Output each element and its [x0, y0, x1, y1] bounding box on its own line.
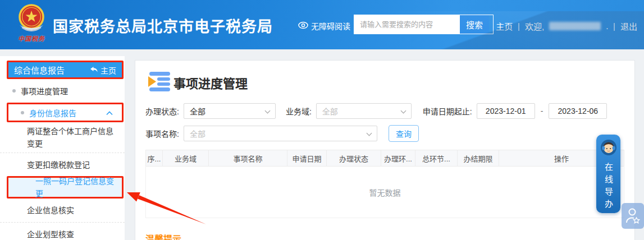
app-header: 中国税务 国家税务总局北京市电子税务局 无障碍阅读 搜索 主页 | 欢迎, . … [0, 0, 644, 49]
logout-link[interactable]: 退出 [620, 20, 637, 32]
date-range-label: 申请日期起止: [423, 105, 472, 117]
table-header-row: 序... 业务域 事项名称 申请日期 办理状态 办理环... 总环节... 办结… [145, 150, 624, 167]
sidebar-item-progress[interactable]: 事项进度管理 [0, 79, 125, 103]
top-nav: 主页 | 欢迎, . | 退出 [496, 20, 637, 32]
tips-heading: 温馨提示 [145, 232, 634, 240]
item-name-filter-label: 事项名称: [145, 128, 179, 139]
column-header-total-steps: 总环节... [415, 150, 458, 166]
date-to-input[interactable]: 2023-12-06 [549, 103, 607, 119]
eye-icon [298, 21, 308, 31]
sidebar-header-title: 综合信息报告 [14, 64, 65, 76]
welcome-suffix: . [606, 21, 608, 31]
sidebar-item-enterprise-verify[interactable]: 企业信息核实 [0, 199, 125, 222]
user-evaluation-icon[interactable] [622, 203, 644, 229]
status-select[interactable]: 全部 [184, 103, 276, 119]
annotation-box-identity-report: 身份信息报告 [7, 103, 124, 122]
chevron-down-icon [264, 108, 270, 114]
status-filter-label: 办理状态: [145, 105, 179, 117]
nav-separator: | [518, 22, 520, 31]
chevron-down-icon [366, 131, 372, 136]
table-empty-body: 暂无数据 [145, 167, 624, 218]
home-link[interactable]: 主页 [496, 20, 513, 32]
column-header-status: 办理状态 [327, 150, 381, 166]
nav-separator: | [613, 22, 615, 31]
sidebar: 综合信息报告 主页 事项进度管理 身份信息报告 [0, 56, 125, 240]
empty-state-text: 暂无数据 [369, 187, 401, 198]
bullet-icon [21, 111, 24, 114]
back-arrow-icon [90, 66, 98, 75]
sidebar-home-link[interactable]: 主页 [90, 64, 116, 76]
column-header-domain: 业务域 [163, 150, 209, 166]
domain-select[interactable]: 全部 [316, 103, 412, 119]
annotation-box-sidebar-header: 综合信息报告 主页 [7, 61, 124, 79]
main-panel: 事项进度管理 办理状态: 全部 业务域: 全部 申请日期起止: 2023-12-… [135, 60, 635, 240]
sidebar-item-enterprise-type-check[interactable]: 企业划型核查 [0, 222, 125, 240]
chevron-up-icon [106, 108, 113, 117]
bullet-icon [12, 89, 16, 93]
date-separator: - [541, 107, 543, 116]
accessibility-label: 无障碍阅读 [311, 20, 350, 31]
page-title: 事项进度管理 [173, 73, 248, 91]
logo: 中国税务 [13, 3, 49, 43]
site-title: 国家税务总局北京市电子税务局 [53, 15, 273, 36]
search-button[interactable]: 搜索 [460, 15, 489, 34]
date-from-input[interactable]: 2023-12-01 [477, 103, 535, 119]
domain-filter-label: 业务域: [286, 105, 312, 117]
logo-caption: 中国税务 [13, 34, 49, 43]
column-header-apply-date: 申请日期 [287, 150, 327, 166]
query-button[interactable]: 查询 [389, 125, 419, 142]
annotation-box-one-license: 一照一码户登记信息变更 [7, 176, 124, 199]
sidebar-header[interactable]: 综合信息报告 主页 [8, 62, 122, 77]
results-table: 序... 业务域 事项名称 申请日期 办理状态 办理环... 总环节... 办结… [145, 150, 624, 218]
item-name-select[interactable]: 全部 [184, 126, 377, 141]
accessibility-link[interactable]: 无障碍阅读 [298, 20, 350, 31]
sidebar-item-one-license-change[interactable]: 一照一码户登记信息变更 [8, 178, 122, 197]
welcome-label: 欢迎, [525, 20, 544, 32]
column-header-item-name: 事项名称 [209, 150, 287, 166]
online-guide-widget[interactable]: 在线导办 [596, 135, 620, 213]
column-header-deadline: 办结期限 [458, 150, 499, 166]
column-header-step: 办理环... [381, 150, 415, 166]
chevron-down-icon [400, 108, 406, 114]
filter-bar: 办理状态: 全部 业务域: 全部 申请日期起止: 2023-12-01 - 20… [145, 103, 624, 142]
search-bar: 搜索 [354, 15, 494, 34]
search-input[interactable] [354, 15, 460, 34]
page-title-list-icon [145, 70, 172, 95]
service-avatar-icon [600, 139, 617, 158]
redacted-username [549, 22, 601, 30]
sidebar-item-two-cert-merge[interactable]: 两证整合个体工商户信息变更 [0, 122, 125, 153]
sidebar-item-identity-report[interactable]: 身份信息报告 [8, 104, 122, 121]
column-header-seq: 序... [146, 150, 163, 166]
sidebar-item-withholding-change[interactable]: 变更扣缴税款登记 [0, 153, 125, 176]
online-guide-label: 在线导办 [602, 163, 614, 212]
